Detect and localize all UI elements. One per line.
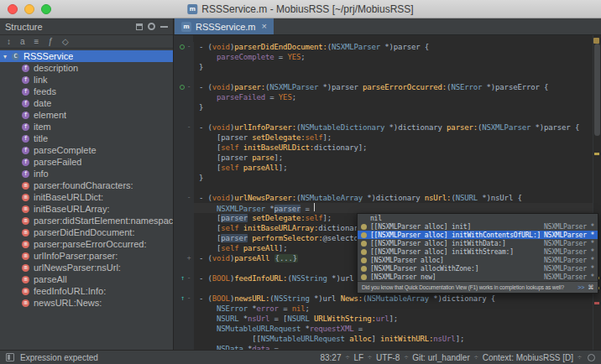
- code-line[interactable]: -- (void)parser:(NSXMLParser *)parser pa…: [174, 82, 601, 92]
- code-line[interactable]: }: [174, 62, 601, 72]
- completion-item[interactable]: nil: [358, 214, 598, 222]
- structure-item[interactable]: mparseAll: [0, 273, 173, 285]
- tab-rssservice-m[interactable]: m RSSService.m ×: [175, 18, 274, 34]
- structure-item[interactable]: murlInfoParser:parser:: [0, 250, 173, 262]
- gear-icon[interactable]: [148, 23, 155, 30]
- structure-item[interactable]: fdescription: [0, 62, 173, 74]
- status-item[interactable]: LF: [353, 353, 363, 362]
- structure-item[interactable]: fdate: [0, 97, 173, 109]
- code-line[interactable]: ↑-- (BOOL)newsURL:(NSString *)url News:(…: [174, 294, 601, 304]
- structure-item[interactable]: flink: [0, 74, 173, 86]
- fold-icon[interactable]: -: [186, 44, 191, 50]
- completion-item[interactable]: [NSXMLParser allocWithZone:]NSXMLParser …: [358, 264, 598, 273]
- structure-item[interactable]: mparser:parseErrorOccurred:: [0, 238, 173, 250]
- status-item[interactable]: Context: MobiusRSS [D]: [483, 353, 573, 362]
- completion-item[interactable]: [[NSXMLParser alloc] initWithStream:]NSX…: [358, 247, 598, 256]
- code-line[interactable]: [[NSMutableURLRequest alloc] initWithURL…: [174, 334, 601, 344]
- completion-item[interactable]: [[NSXMLParser alloc] initWithContentsOfU…: [358, 231, 598, 239]
- scrollbar-thumb[interactable]: [594, 44, 600, 136]
- code-line[interactable]: [174, 72, 601, 82]
- gutter-cell: [174, 304, 194, 314]
- structure-item[interactable]: mnewsURL:News:: [0, 297, 173, 309]
- fold-icon[interactable]: -: [186, 195, 191, 201]
- code-line[interactable]: parseComplete = YES;: [174, 52, 601, 62]
- error-stripe-mark[interactable]: [594, 302, 599, 304]
- status-item[interactable]: Git: url_handler: [412, 353, 469, 362]
- structure-item[interactable]: mparserDidEndDocument:: [0, 226, 173, 238]
- structure-item[interactable]: ftitle: [0, 133, 173, 144]
- close-button[interactable]: [8, 4, 18, 14]
- fold-icon: [186, 114, 191, 121]
- structure-item[interactable]: minitBaseURLDict:: [0, 191, 173, 203]
- code-editor[interactable]: -- (void)parserDidEndDocument:(NSXMLPars…: [174, 35, 601, 350]
- structure-item[interactable]: murlNewsParser:nsUrl:: [0, 262, 173, 273]
- completion-item[interactable]: [NSXMLParser new]NSXMLParser *: [358, 273, 598, 281]
- code-line[interactable]: NSData *data =: [174, 344, 601, 350]
- code-line[interactable]: -- (void)urlInfoParser:(NSMutableDiction…: [174, 122, 601, 133]
- code-line[interactable]: [parser setDelegate:self];: [174, 133, 601, 143]
- warning-stripe-mark[interactable]: [594, 153, 599, 155]
- fold-icon[interactable]: -: [186, 295, 191, 302]
- hint-more-link[interactable]: >>: [577, 284, 584, 290]
- code-line[interactable]: [174, 112, 601, 122]
- code-text: NSData *data =: [194, 345, 279, 350]
- structure-item[interactable]: ffeeds: [0, 86, 173, 97]
- code-line[interactable]: NSError *error = nil;: [174, 304, 601, 314]
- code-line[interactable]: NSURL *nsUrl = [NSURL URLWithString:url]…: [174, 314, 601, 324]
- status-item[interactable]: UTF-8: [376, 353, 400, 362]
- override-marker-icon[interactable]: [180, 85, 185, 90]
- expand-arrow-icon[interactable]: ▾: [3, 53, 12, 60]
- toolwindow-toggle-icon[interactable]: [6, 353, 14, 361]
- code-line[interactable]: NSXMLParser *parser =: [174, 203, 601, 213]
- caret-position[interactable]: 83:27: [320, 353, 341, 362]
- code-line[interactable]: [self parseAll];: [174, 163, 601, 173]
- gutter-cell: [174, 334, 194, 344]
- structure-item[interactable]: mparser:didStartElement:namespaceURI: [0, 215, 173, 226]
- autoscroll-icon[interactable]: ◇: [62, 38, 69, 46]
- show-fields-icon[interactable]: ƒ: [48, 38, 53, 46]
- scrollbar[interactable]: [593, 35, 601, 350]
- code-line[interactable]: parseFailed = YES;: [174, 92, 601, 102]
- structure-item[interactable]: finfo: [0, 168, 173, 179]
- completion-item[interactable]: [[NSXMLParser alloc] initWithData:]NSXML…: [358, 239, 598, 247]
- implemented-marker-icon[interactable]: ↑: [180, 275, 185, 282]
- gutter-cell: [174, 324, 194, 334]
- structure-item[interactable]: mparser:foundCharacters:: [0, 179, 173, 191]
- code-line[interactable]: [parser parse];: [174, 153, 601, 163]
- code-line[interactable]: }: [174, 173, 601, 183]
- fold-icon[interactable]: +: [186, 255, 191, 262]
- fold-icon[interactable]: -: [186, 275, 191, 282]
- minimize-button[interactable]: [24, 4, 34, 14]
- completion-item[interactable]: [[NSXMLParser alloc] init]NSXMLParser *: [358, 222, 598, 231]
- code-line[interactable]: [self initBaseURLDict:dictionary];: [174, 143, 601, 153]
- sort-alpha-icon[interactable]: a: [20, 38, 25, 46]
- override-marker-icon[interactable]: [180, 44, 185, 49]
- completion-text: [[NSXMLParser alloc] initWithData:]: [370, 240, 506, 247]
- structure-item[interactable]: fparseComplete: [0, 144, 173, 156]
- code-line[interactable]: -- (void)parserDidEndDocument:(NSXMLPars…: [174, 42, 601, 52]
- code-line[interactable]: }: [174, 102, 601, 112]
- fold-icon[interactable]: -: [186, 124, 191, 131]
- float-mode-icon[interactable]: [136, 23, 143, 30]
- structure-item[interactable]: mfeedInfoURL:Info:: [0, 285, 173, 297]
- structure-item[interactable]: fitem: [0, 121, 173, 133]
- close-icon[interactable]: ×: [262, 22, 267, 31]
- fold-icon: [186, 104, 191, 111]
- sort-visibility-icon[interactable]: ↕: [7, 38, 11, 46]
- code-line[interactable]: [174, 183, 601, 193]
- code-line[interactable]: NSMutableURLRequest *requestXML =: [174, 324, 601, 334]
- completion-item[interactable]: [NSXMLParser alloc]NSXMLParser *: [358, 256, 598, 264]
- structure-item-root[interactable]: ▾CRSSService: [0, 50, 173, 62]
- structure-item[interactable]: minitBaseURLArray:: [0, 203, 173, 215]
- structure-item[interactable]: felement: [0, 109, 173, 121]
- code-text: [parser parse];: [194, 153, 283, 162]
- gutter-cell: [174, 143, 194, 153]
- zoom-button[interactable]: [41, 4, 51, 14]
- hide-panel-icon[interactable]: [160, 26, 168, 28]
- code-line[interactable]: -- (void)urlNewsParser:(NSMutableArray *…: [174, 193, 601, 203]
- hector-inspections-icon[interactable]: [588, 354, 595, 361]
- structure-item[interactable]: fparseFailed: [0, 156, 173, 168]
- group-by-kind-icon[interactable]: ≡: [34, 38, 39, 46]
- fold-icon[interactable]: -: [186, 84, 191, 91]
- implemented-marker-icon[interactable]: ↑: [180, 295, 185, 302]
